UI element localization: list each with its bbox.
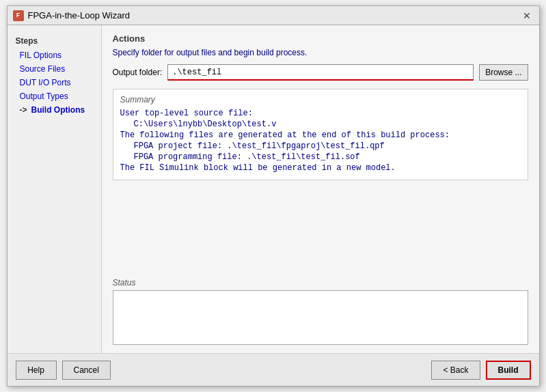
summary-line-0: User top-level source file: <box>120 109 521 118</box>
output-folder-row: Output folder: Browse ... <box>113 64 528 81</box>
dut-io-ports-label: DUT I/O Ports <box>20 78 71 87</box>
output-folder-label: Output folder: <box>113 68 163 77</box>
close-button[interactable]: ✕ <box>520 10 534 21</box>
output-types-label: Output Types <box>20 92 68 101</box>
footer-left: Help Cancel <box>16 361 111 380</box>
status-box <box>113 290 528 345</box>
status-area: Status <box>113 278 528 345</box>
sidebar: Steps FIL Options Source Files DUT I/O P… <box>8 25 102 353</box>
sidebar-item-output-types[interactable]: Output Types <box>8 89 101 103</box>
status-label: Status <box>113 278 528 288</box>
output-folder-input[interactable] <box>167 64 474 81</box>
sidebar-item-dut-io-ports[interactable]: DUT I/O Ports <box>8 76 101 89</box>
sidebar-item-source-files[interactable]: Source Files <box>8 62 101 76</box>
summary-title: Summary <box>120 95 521 104</box>
titlebar: F FPGA-in-the-Loop Wizard ✕ <box>8 6 539 25</box>
back-button[interactable]: < Back <box>431 361 480 380</box>
summary-line-2: The following files are generated at the… <box>120 130 521 140</box>
section-title: Actions <box>113 33 528 44</box>
build-button[interactable]: Build <box>486 361 531 380</box>
app-icon: F <box>13 10 24 21</box>
dialog-title: FPGA-in-the-Loop Wizard <box>28 10 131 20</box>
description-text: Specify folder for output files and begi… <box>113 48 528 57</box>
cancel-button[interactable]: Cancel <box>62 361 111 380</box>
sidebar-item-build-options[interactable]: -> Build Options <box>8 103 101 117</box>
browse-button[interactable]: Browse ... <box>479 64 528 81</box>
content-area: Steps FIL Options Source Files DUT I/O P… <box>8 25 539 353</box>
footer-right: < Back Build <box>431 361 530 380</box>
footer: Help Cancel < Back Build <box>8 353 539 386</box>
summary-line-3: FPGA project file: .\test_fil\fpgaproj\t… <box>120 141 521 151</box>
steps-label: Steps <box>8 33 101 48</box>
summary-section: Summary User top-level source file: C:\U… <box>113 89 528 180</box>
build-options-label: Build Options <box>31 105 85 115</box>
help-button[interactable]: Help <box>16 361 57 380</box>
fil-options-label: FIL Options <box>20 51 62 60</box>
main-panel: Actions Specify folder for output files … <box>102 25 539 353</box>
titlebar-left: F FPGA-in-the-Loop Wizard <box>13 10 131 21</box>
summary-line-1: C:\Users\lnybb\Desktop\test.v <box>120 120 521 129</box>
source-files-label: Source Files <box>20 64 66 74</box>
dialog: F FPGA-in-the-Loop Wizard ✕ Steps FIL Op… <box>7 5 540 387</box>
summary-line-5: The FIL Simulink block will be generated… <box>120 163 521 173</box>
sidebar-item-fil-options[interactable]: FIL Options <box>8 48 101 62</box>
active-arrow: -> <box>20 105 27 115</box>
summary-line-4: FPGA programming file: .\test_fil\test_f… <box>120 152 521 162</box>
